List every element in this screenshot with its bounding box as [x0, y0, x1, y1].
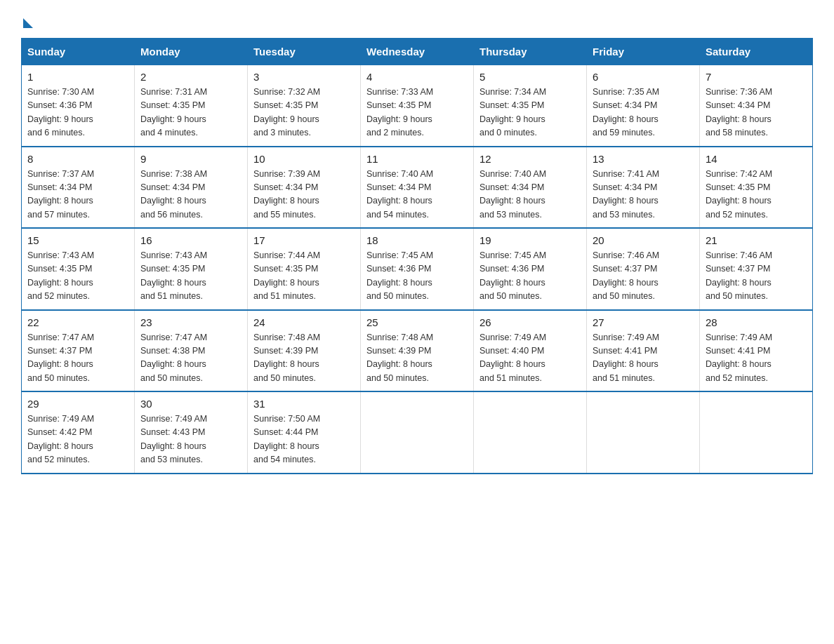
- day-info: Sunrise: 7:36 AMSunset: 4:34 PMDaylight:…: [706, 86, 807, 140]
- day-cell: 16 Sunrise: 7:43 AMSunset: 4:35 PMDaylig…: [135, 228, 248, 310]
- day-cell: 3 Sunrise: 7:32 AMSunset: 4:35 PMDayligh…: [248, 65, 361, 147]
- day-number: 25: [366, 316, 468, 328]
- day-number: 6: [593, 71, 694, 83]
- day-info: Sunrise: 7:34 AMSunset: 4:35 PMDaylight:…: [479, 86, 581, 140]
- day-cell: 5 Sunrise: 7:34 AMSunset: 4:35 PMDayligh…: [474, 65, 587, 147]
- day-number: 5: [479, 71, 581, 83]
- header-cell-wednesday: Wednesday: [361, 39, 474, 65]
- logo: [21, 14, 33, 25]
- day-info: Sunrise: 7:40 AMSunset: 4:34 PMDaylight:…: [479, 168, 581, 222]
- day-info: Sunrise: 7:42 AMSunset: 4:35 PMDaylight:…: [706, 168, 807, 222]
- day-number: 16: [140, 234, 241, 246]
- day-info: Sunrise: 7:49 AMSunset: 4:41 PMDaylight:…: [706, 331, 807, 386]
- day-number: 26: [479, 316, 581, 328]
- day-cell: 26 Sunrise: 7:49 AMSunset: 4:40 PMDaylig…: [474, 310, 587, 392]
- page-header: [21, 14, 813, 25]
- day-cell: 9 Sunrise: 7:38 AMSunset: 4:34 PMDayligh…: [135, 147, 248, 229]
- day-info: Sunrise: 7:43 AMSunset: 4:35 PMDaylight:…: [27, 249, 128, 304]
- day-info: Sunrise: 7:35 AMSunset: 4:34 PMDaylight:…: [593, 86, 694, 140]
- day-cell: 19 Sunrise: 7:45 AMSunset: 4:36 PMDaylig…: [474, 228, 587, 310]
- header-cell-monday: Monday: [135, 39, 248, 65]
- day-info: Sunrise: 7:49 AMSunset: 4:41 PMDaylight:…: [593, 331, 694, 386]
- day-cell: 22 Sunrise: 7:47 AMSunset: 4:37 PMDaylig…: [22, 310, 135, 392]
- day-cell: [361, 391, 474, 474]
- day-number: 12: [479, 153, 581, 165]
- day-cell: 28 Sunrise: 7:49 AMSunset: 4:41 PMDaylig…: [700, 310, 813, 392]
- day-info: Sunrise: 7:45 AMSunset: 4:36 PMDaylight:…: [366, 249, 468, 304]
- day-info: Sunrise: 7:39 AMSunset: 4:34 PMDaylight:…: [253, 168, 355, 222]
- day-info: Sunrise: 7:48 AMSunset: 4:39 PMDaylight:…: [253, 331, 355, 386]
- week-row-5: 29 Sunrise: 7:49 AMSunset: 4:42 PMDaylig…: [22, 391, 813, 474]
- day-cell: 31 Sunrise: 7:50 AMSunset: 4:44 PMDaylig…: [248, 391, 361, 474]
- day-cell: 8 Sunrise: 7:37 AMSunset: 4:34 PMDayligh…: [22, 147, 135, 229]
- day-cell: 7 Sunrise: 7:36 AMSunset: 4:34 PMDayligh…: [700, 65, 813, 147]
- header-cell-sunday: Sunday: [22, 39, 135, 65]
- header-cell-thursday: Thursday: [474, 39, 587, 65]
- day-info: Sunrise: 7:31 AMSunset: 4:35 PMDaylight:…: [140, 86, 241, 140]
- day-info: Sunrise: 7:37 AMSunset: 4:34 PMDaylight:…: [27, 168, 128, 222]
- day-info: Sunrise: 7:47 AMSunset: 4:37 PMDaylight:…: [27, 331, 128, 386]
- day-info: Sunrise: 7:45 AMSunset: 4:36 PMDaylight:…: [479, 249, 581, 304]
- day-cell: 15 Sunrise: 7:43 AMSunset: 4:35 PMDaylig…: [22, 228, 135, 310]
- day-cell: 21 Sunrise: 7:46 AMSunset: 4:37 PMDaylig…: [700, 228, 813, 310]
- day-number: 7: [706, 71, 807, 83]
- day-cell: 25 Sunrise: 7:48 AMSunset: 4:39 PMDaylig…: [361, 310, 474, 392]
- day-number: 1: [27, 71, 128, 83]
- calendar-header: SundayMondayTuesdayWednesdayThursdayFrid…: [22, 39, 813, 65]
- day-cell: 20 Sunrise: 7:46 AMSunset: 4:37 PMDaylig…: [587, 228, 700, 310]
- header-cell-saturday: Saturday: [700, 39, 813, 65]
- day-cell: 2 Sunrise: 7:31 AMSunset: 4:35 PMDayligh…: [135, 65, 248, 147]
- day-info: Sunrise: 7:46 AMSunset: 4:37 PMDaylight:…: [706, 249, 807, 304]
- calendar-body: 1 Sunrise: 7:30 AMSunset: 4:36 PMDayligh…: [22, 65, 813, 474]
- day-info: Sunrise: 7:44 AMSunset: 4:35 PMDaylight:…: [253, 249, 355, 304]
- day-info: Sunrise: 7:33 AMSunset: 4:35 PMDaylight:…: [366, 86, 468, 140]
- day-number: 21: [706, 234, 807, 246]
- day-info: Sunrise: 7:32 AMSunset: 4:35 PMDaylight:…: [253, 86, 355, 140]
- day-number: 4: [366, 71, 468, 83]
- day-cell: 23 Sunrise: 7:47 AMSunset: 4:38 PMDaylig…: [135, 310, 248, 392]
- day-number: 18: [366, 234, 468, 246]
- week-row-1: 1 Sunrise: 7:30 AMSunset: 4:36 PMDayligh…: [22, 65, 813, 147]
- day-number: 3: [253, 71, 355, 83]
- day-number: 30: [140, 398, 241, 410]
- day-number: 17: [253, 234, 355, 246]
- day-number: 22: [27, 316, 128, 328]
- day-cell: 11 Sunrise: 7:40 AMSunset: 4:34 PMDaylig…: [361, 147, 474, 229]
- day-info: Sunrise: 7:43 AMSunset: 4:35 PMDaylight:…: [140, 249, 241, 304]
- day-cell: 10 Sunrise: 7:39 AMSunset: 4:34 PMDaylig…: [248, 147, 361, 229]
- day-cell: 17 Sunrise: 7:44 AMSunset: 4:35 PMDaylig…: [248, 228, 361, 310]
- day-cell: 30 Sunrise: 7:49 AMSunset: 4:43 PMDaylig…: [135, 391, 248, 474]
- calendar-table: SundayMondayTuesdayWednesdayThursdayFrid…: [21, 38, 813, 474]
- day-info: Sunrise: 7:49 AMSunset: 4:42 PMDaylight:…: [27, 412, 128, 467]
- day-info: Sunrise: 7:47 AMSunset: 4:38 PMDaylight:…: [140, 331, 241, 386]
- day-info: Sunrise: 7:48 AMSunset: 4:39 PMDaylight:…: [366, 331, 468, 386]
- day-cell: 1 Sunrise: 7:30 AMSunset: 4:36 PMDayligh…: [22, 65, 135, 147]
- day-cell: 6 Sunrise: 7:35 AMSunset: 4:34 PMDayligh…: [587, 65, 700, 147]
- day-number: 31: [253, 398, 355, 410]
- day-info: Sunrise: 7:30 AMSunset: 4:36 PMDaylight:…: [27, 86, 128, 140]
- day-cell: 18 Sunrise: 7:45 AMSunset: 4:36 PMDaylig…: [361, 228, 474, 310]
- day-cell: [700, 391, 813, 474]
- day-cell: 4 Sunrise: 7:33 AMSunset: 4:35 PMDayligh…: [361, 65, 474, 147]
- day-number: 19: [479, 234, 581, 246]
- day-number: 28: [706, 316, 807, 328]
- day-info: Sunrise: 7:46 AMSunset: 4:37 PMDaylight:…: [593, 249, 694, 304]
- day-cell: 13 Sunrise: 7:41 AMSunset: 4:34 PMDaylig…: [587, 147, 700, 229]
- day-info: Sunrise: 7:41 AMSunset: 4:34 PMDaylight:…: [593, 168, 694, 222]
- day-number: 15: [27, 234, 128, 246]
- day-info: Sunrise: 7:49 AMSunset: 4:43 PMDaylight:…: [140, 412, 241, 467]
- day-info: Sunrise: 7:38 AMSunset: 4:34 PMDaylight:…: [140, 168, 241, 222]
- week-row-3: 15 Sunrise: 7:43 AMSunset: 4:35 PMDaylig…: [22, 228, 813, 310]
- day-number: 9: [140, 153, 241, 165]
- day-cell: 24 Sunrise: 7:48 AMSunset: 4:39 PMDaylig…: [248, 310, 361, 392]
- day-info: Sunrise: 7:49 AMSunset: 4:40 PMDaylight:…: [479, 331, 581, 386]
- header-row: SundayMondayTuesdayWednesdayThursdayFrid…: [22, 39, 813, 65]
- day-number: 8: [27, 153, 128, 165]
- logo-arrow-icon: [23, 18, 33, 28]
- day-number: 23: [140, 316, 241, 328]
- day-number: 10: [253, 153, 355, 165]
- day-number: 20: [593, 234, 694, 246]
- day-number: 11: [366, 153, 468, 165]
- day-number: 13: [593, 153, 694, 165]
- day-number: 14: [706, 153, 807, 165]
